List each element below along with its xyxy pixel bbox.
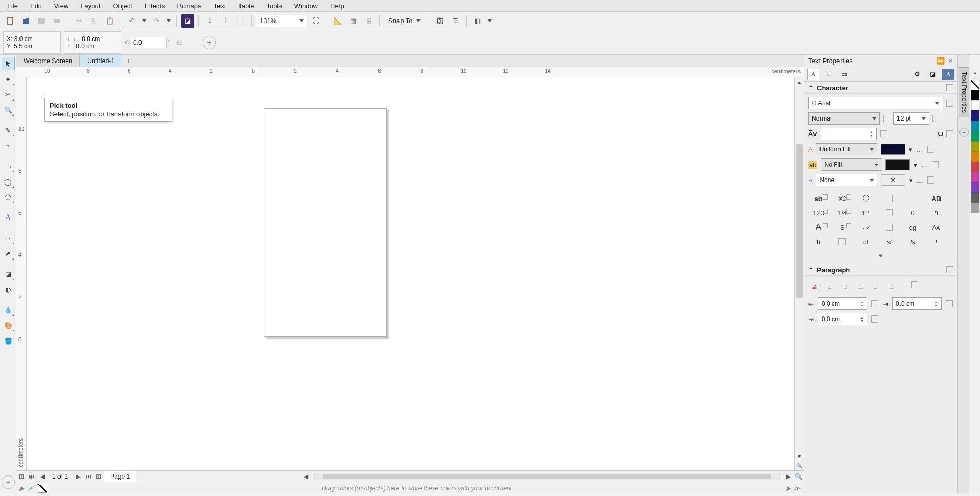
- cut-button[interactable]: ✂: [72, 14, 86, 28]
- ligature-fi-button[interactable]: fi: [808, 235, 829, 248]
- allcaps-button[interactable]: AB: [926, 192, 947, 205]
- ellipse-tool[interactable]: ◯: [2, 175, 15, 188]
- search-content-button[interactable]: ◪: [181, 14, 194, 28]
- fractions-button[interactable]: 1/4: [832, 207, 852, 219]
- frame-tab[interactable]: ▭: [838, 69, 850, 80]
- fill-type-combo[interactable]: Uniform Fill: [816, 143, 877, 155]
- tab-welcome[interactable]: Welcome Screen: [16, 55, 80, 67]
- bg-more-button[interactable]: …: [921, 161, 929, 169]
- petitecaps-button[interactable]: Aᴀ: [926, 221, 947, 233]
- eyedropper-icon[interactable]: 💉: [27, 485, 35, 492]
- pick-tool[interactable]: [2, 57, 15, 70]
- quick-customize-button[interactable]: +: [2, 475, 15, 489]
- drop-shadow-tool[interactable]: ◪: [2, 267, 15, 281]
- first-line-indent-input[interactable]: 0.0 cm▲▼: [818, 313, 867, 325]
- docker-close-icon[interactable]: ✕: [948, 57, 953, 65]
- palette-up-arrow[interactable]: ▲: [973, 70, 977, 80]
- palette-swatch[interactable]: [971, 182, 979, 192]
- show-rulers-button[interactable]: 📐: [331, 14, 345, 28]
- menu-edit[interactable]: Edit: [24, 1, 48, 11]
- ligature-ct-button[interactable]: ct: [855, 235, 876, 248]
- left-indent-input[interactable]: 0.0 cm▲▼: [818, 297, 867, 310]
- bg-color-swatch[interactable]: [885, 159, 910, 170]
- print-button[interactable]: [50, 14, 64, 28]
- docker-strip-text-properties[interactable]: Text Properties: [959, 67, 969, 117]
- artistic-media-tool[interactable]: 〰: [2, 139, 15, 152]
- ligature-fs-button[interactable]: fs: [903, 235, 923, 248]
- section-character-head[interactable]: Character: [817, 84, 848, 92]
- freehand-tool[interactable]: ✎: [2, 124, 15, 137]
- palette-swatch[interactable]: [971, 90, 979, 100]
- export-button[interactable]: ⤴: [218, 14, 232, 28]
- next-page-button[interactable]: ▶: [73, 473, 83, 480]
- transparency-tool[interactable]: ◐: [2, 283, 15, 296]
- tab-untitled-1[interactable]: Untitled-1: [80, 55, 123, 67]
- full-screen-button[interactable]: ⛶: [309, 14, 323, 28]
- expand-more-button[interactable]: ▾: [808, 251, 953, 261]
- character-tab[interactable]: A: [807, 69, 819, 80]
- info-button[interactable]: ⓘ: [855, 192, 876, 205]
- eyedropper-tool[interactable]: 💧: [2, 303, 15, 316]
- palette-swatch[interactable]: [971, 192, 979, 203]
- kerning-input[interactable]: ▲▼: [821, 128, 877, 140]
- palette-swatch[interactable]: [971, 110, 979, 121]
- smallcaps-button[interactable]: gg: [903, 221, 923, 233]
- ungroup-button[interactable]: ⊟: [173, 36, 186, 49]
- zoom-tool[interactable]: 🔍: [2, 103, 15, 116]
- drawing-canvas[interactable]: Pick tool Select, position, or transform…: [27, 77, 794, 470]
- fill-flyout-button[interactable]: ◧: [471, 14, 484, 28]
- show-grid-button[interactable]: ▦: [347, 14, 360, 28]
- new-tab-button[interactable]: +: [122, 55, 134, 67]
- options-button[interactable]: 🖼: [433, 14, 447, 28]
- swash-button[interactable]: ↰: [926, 207, 947, 219]
- dimension-tool[interactable]: ↔: [2, 231, 15, 245]
- first-page-button[interactable]: ⏮: [27, 473, 37, 480]
- paragraph-tab[interactable]: ≡: [823, 69, 835, 80]
- outline-width-combo[interactable]: None: [816, 174, 877, 186]
- bg-fill-combo[interactable]: No Fill: [821, 158, 882, 171]
- no-outline-swatch[interactable]: ✕: [881, 174, 905, 186]
- section-paragraph-head[interactable]: Paragraph: [817, 266, 850, 274]
- snap-to-dropdown[interactable]: Snap To: [384, 14, 425, 28]
- redo-dropdown[interactable]: [165, 14, 172, 28]
- vertical-scrollbar[interactable]: ▲ ▼ 🔍: [794, 77, 804, 470]
- palette-swatch[interactable]: [971, 121, 979, 131]
- last-page-button[interactable]: ⏭: [83, 473, 93, 480]
- oldstyle-numbers-button[interactable]: 123: [808, 207, 829, 219]
- stylistic-set-button[interactable]: S: [832, 221, 852, 233]
- options-icon[interactable]: ⚙: [911, 69, 924, 80]
- crop-tool[interactable]: ✂: [2, 88, 15, 101]
- add-docker-button[interactable]: +: [959, 128, 969, 137]
- ligature-f-button[interactable]: f: [926, 235, 947, 248]
- menu-file[interactable]: File: [1, 1, 24, 11]
- underline-icon[interactable]: U: [938, 130, 943, 138]
- horizontal-scrollbar[interactable]: [313, 473, 781, 480]
- no-color-swatch[interactable]: [38, 484, 47, 493]
- align-right-button[interactable]: ≡: [854, 281, 867, 292]
- add-page-after-button[interactable]: ⊞: [93, 473, 104, 480]
- menu-help[interactable]: Help: [324, 1, 350, 11]
- align-left-button[interactable]: ≡: [824, 281, 836, 292]
- font-size-combo[interactable]: 12 pt: [893, 112, 929, 125]
- font-family-combo[interactable]: O Arial: [808, 97, 943, 109]
- add-preset-button[interactable]: +: [203, 36, 216, 49]
- no-align-button[interactable]: ≢: [808, 281, 821, 292]
- menu-window[interactable]: Window: [288, 1, 324, 11]
- connector-tool[interactable]: ⬈: [2, 247, 15, 260]
- add-page-icon[interactable]: ⊞: [16, 473, 27, 480]
- app-launcher-button[interactable]: ☰: [449, 14, 462, 28]
- right-indent-input[interactable]: 0.0 cm▲▼: [892, 297, 942, 310]
- menu-bitmaps[interactable]: Bitmaps: [171, 1, 207, 11]
- interactive-icon[interactable]: ◪: [927, 69, 939, 80]
- script-alt-button[interactable]: 𝒜: [855, 221, 876, 233]
- page-tab-1[interactable]: Page 1: [104, 471, 136, 482]
- menu-text[interactable]: Text: [207, 1, 232, 11]
- publish-pdf-button[interactable]: 📄: [234, 14, 247, 28]
- horizontal-ruler[interactable]: 10 8 6 4 2 0 2 4 6 8 10 12 14 centimeter…: [16, 67, 804, 77]
- rotation-input[interactable]: 0.0: [131, 37, 167, 48]
- paragraph-more-button[interactable]: …: [901, 281, 908, 292]
- polygon-tool[interactable]: ⬠: [2, 190, 15, 204]
- palette-swatch[interactable]: [971, 141, 979, 151]
- save-button[interactable]: [35, 14, 48, 28]
- copy-button[interactable]: ⎘: [88, 14, 101, 28]
